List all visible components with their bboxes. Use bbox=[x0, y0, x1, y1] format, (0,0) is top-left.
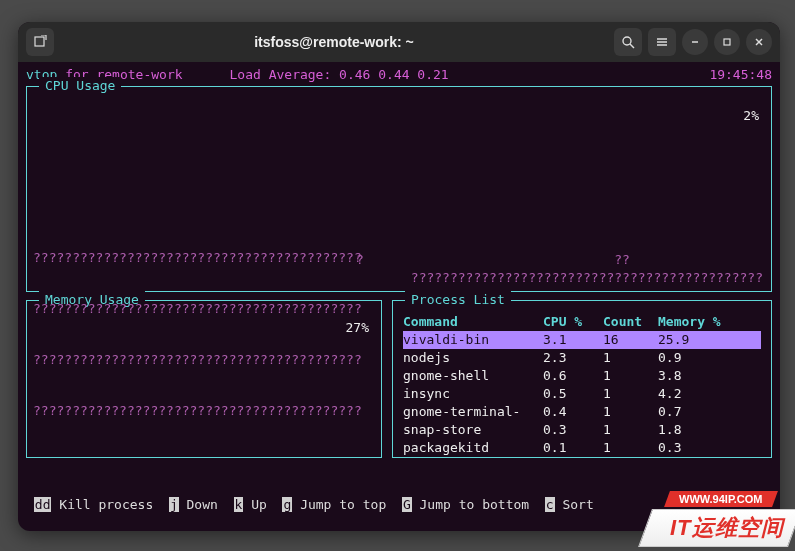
col-command: Command bbox=[403, 313, 543, 331]
table-row[interactable]: insync0.514.2 bbox=[403, 385, 761, 403]
table-row[interactable]: packagekitd0.110.3 bbox=[403, 439, 761, 457]
minimize-button[interactable] bbox=[682, 29, 708, 55]
maximize-button[interactable] bbox=[714, 29, 740, 55]
terminal-content[interactable]: vtop for remote-work Load Average: 0.46 … bbox=[18, 62, 780, 531]
svg-point-1 bbox=[623, 37, 631, 45]
watermark-text: IT运维空间 bbox=[639, 509, 795, 547]
watermark-url: WWW.94IP.COM bbox=[665, 491, 778, 507]
key-hint: c bbox=[545, 497, 555, 512]
maximize-icon bbox=[721, 36, 733, 48]
memory-graph: ????????????????????????????????????????… bbox=[33, 215, 375, 453]
process-table: CommandCPU %CountMemory % vivaldi-bin3.1… bbox=[403, 313, 761, 457]
watermark-overlay: WWW.94IP.COM IT运维空间 bbox=[575, 491, 795, 551]
col-cpu: CPU % bbox=[543, 313, 603, 331]
terminal-window: itsfoss@remote-work: ~ bbox=[18, 22, 780, 531]
table-row[interactable]: gnome-shell0.613.8 bbox=[403, 367, 761, 385]
cpu-panel-title: CPU Usage bbox=[39, 77, 121, 95]
mem-row: ????????????????????????????????????????… bbox=[33, 351, 375, 368]
menu-button[interactable] bbox=[648, 28, 676, 56]
key-hint: G bbox=[402, 497, 412, 512]
process-panel-title: Process List bbox=[405, 291, 511, 309]
mem-row: ????????????????????????????????????????… bbox=[33, 402, 375, 419]
key-hint: k bbox=[234, 497, 244, 512]
hamburger-icon bbox=[655, 35, 669, 49]
memory-usage-panel: Memory Usage 27% ???????????????????????… bbox=[26, 300, 382, 458]
titlebar: itsfoss@remote-work: ~ bbox=[18, 22, 780, 62]
key-hint: j bbox=[169, 497, 179, 512]
mem-row: ????????????????????????????????????????… bbox=[33, 300, 375, 317]
process-header: CommandCPU %CountMemory % bbox=[403, 313, 761, 331]
process-list-panel: Process List CommandCPU %CountMemory % v… bbox=[392, 300, 772, 458]
close-button[interactable] bbox=[746, 29, 772, 55]
table-row[interactable]: vivaldi-bin3.11625.9 bbox=[403, 331, 761, 349]
close-icon bbox=[753, 36, 765, 48]
status-line: vtop for remote-work Load Average: 0.46 … bbox=[26, 66, 772, 84]
new-tab-button[interactable] bbox=[26, 28, 54, 56]
search-button[interactable] bbox=[614, 28, 642, 56]
table-row[interactable]: gnome-terminal-0.410.7 bbox=[403, 403, 761, 421]
key-hint: dd bbox=[34, 497, 52, 512]
svg-rect-7 bbox=[724, 39, 730, 45]
table-row[interactable]: snap-store0.311.8 bbox=[403, 421, 761, 439]
col-memory: Memory % bbox=[658, 313, 738, 331]
load-average: Load Average: 0.46 0.44 0.21 bbox=[230, 66, 449, 84]
key-hint: g bbox=[282, 497, 292, 512]
cpu-percent: 2% bbox=[743, 107, 759, 125]
search-icon bbox=[621, 35, 635, 49]
new-tab-icon bbox=[33, 35, 47, 49]
svg-rect-0 bbox=[35, 37, 44, 46]
table-row[interactable]: nodejs2.310.9 bbox=[403, 349, 761, 367]
clock: 19:45:48 bbox=[709, 66, 772, 84]
mem-row: ????????????????????????????????????????… bbox=[33, 249, 375, 266]
minimize-icon bbox=[689, 36, 701, 48]
col-count: Count bbox=[603, 313, 658, 331]
svg-line-2 bbox=[630, 44, 634, 48]
window-title: itsfoss@remote-work: ~ bbox=[60, 34, 608, 50]
